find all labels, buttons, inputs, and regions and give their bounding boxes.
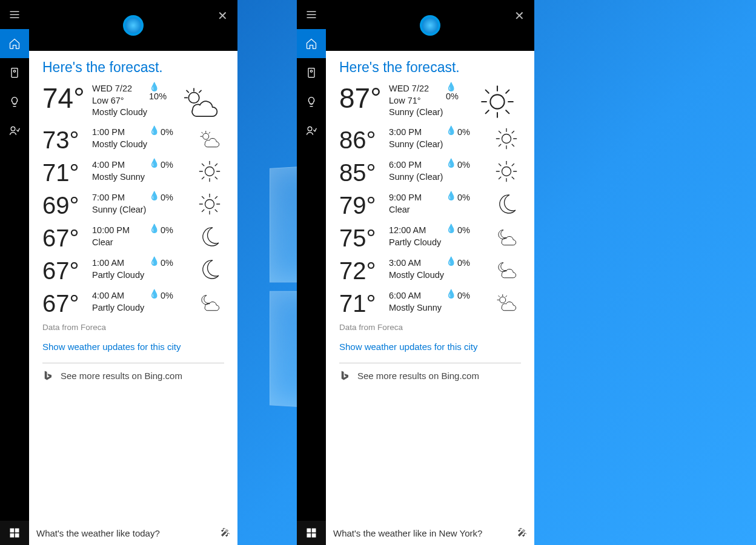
forecast-hour-row: 79°9:00 PMClear💧0% [339,192,521,219]
hour-precip: 0% [161,127,173,138]
hour-temp: 71° [42,159,92,186]
data-source: Data from Foreca [339,323,521,332]
bing-icon [42,369,53,382]
svg-point-1 [13,70,15,72]
drop-icon: 💧 [149,127,159,134]
svg-line-54 [499,144,501,146]
weather-icon [471,127,521,151]
hour-cond: Clear [389,204,446,216]
feedback-icon[interactable] [297,116,326,145]
forecast-current: 87° WED 7/22 Low 71° Sunny (Clear) 💧0% [339,83,521,121]
svg-rect-33 [10,533,15,538]
svg-rect-31 [10,529,15,533]
feedback-icon[interactable] [0,116,29,145]
bing-results-link[interactable]: See more results on Bing.com [42,369,224,382]
forecast-hour-row: 71°4:00 PMMostly Sunny💧0% [42,159,224,186]
cortana-panel: ✕ Here's the forecast. 74° WED 7/22 Low … [29,0,237,521]
hamburger-menu-icon[interactable] [0,0,29,29]
home-icon[interactable] [297,29,326,58]
microphone-icon[interactable]: 🎤︎ [517,527,527,538]
lightbulb-icon[interactable] [297,87,326,116]
current-precip: 0% [446,91,459,102]
weather-icon [174,192,224,216]
forecast-hour-row: 67°1:00 AMPartly Cloudy💧0% [42,257,224,284]
current-low: Low 71° [389,95,446,107]
hamburger-menu-icon[interactable] [297,0,326,29]
weather-icon [471,257,521,282]
cortana-logo-icon [420,15,440,36]
search-input[interactable] [333,528,517,538]
svg-point-13 [205,167,214,176]
hour-cond: Mostly Sunny [389,302,446,314]
svg-point-65 [500,297,506,303]
svg-line-11 [202,132,203,133]
hour-temp: 67° [42,257,92,284]
hour-cond: Sunny (Clear) [389,171,446,183]
svg-point-37 [308,127,312,131]
notebook-icon[interactable] [0,58,29,87]
forecast-current: 74° WED 7/22 Low 67° Mostly Cloudy 💧10% [42,83,224,121]
drop-icon: 💧 [446,192,456,200]
show-updates-link[interactable]: Show weather updates for this city [339,342,521,352]
current-temp: 74° [42,83,92,114]
current-cond: Mostly Cloudy [92,107,149,119]
drop-icon: 💧 [149,159,159,167]
svg-rect-32 [15,529,19,533]
search-box[interactable]: 🎤︎ [29,521,237,545]
drop-icon: 💧 [446,257,456,265]
start-button[interactable] [0,521,29,545]
hour-precip: 0% [457,290,470,302]
hour-precip: 0% [457,225,470,236]
notebook-icon[interactable] [297,58,326,87]
current-date: WED 7/22 [389,83,446,95]
hour-time: 12:00 AM [389,225,446,237]
hour-temp: 71° [339,290,389,317]
forecast-hour-row: 72°3:00 AMMostly Cloudy💧0% [339,257,521,284]
forecast-hour-row: 85°6:00 PMSunny (Clear)💧0% [339,159,521,186]
hour-precip: 0% [161,290,173,302]
weather-icon [471,225,521,249]
forecast-hour-row: 71°6:00 AMMostly Sunny💧0% [339,290,521,317]
microphone-icon[interactable]: 🎤︎ [220,527,230,538]
weather-icon [174,290,224,314]
svg-rect-0 [12,68,18,78]
cortana-sidebar [297,0,326,521]
hour-temp: 79° [339,192,389,219]
drop-icon: 💧 [446,159,456,167]
hour-time: 1:00 PM [92,127,149,139]
svg-rect-72 [307,533,311,538]
close-icon[interactable]: ✕ [514,8,525,23]
weather-icon [471,159,521,183]
hour-cond: Partly Cloudy [92,269,149,282]
svg-point-38 [490,94,504,108]
bing-results-link[interactable]: See more results on Bing.com [339,369,521,382]
home-icon[interactable] [0,29,29,58]
svg-rect-34 [15,533,19,538]
svg-line-44 [506,110,509,113]
hour-precip: 0% [161,192,173,203]
lightbulb-icon[interactable] [0,87,29,116]
hour-temp: 75° [339,225,389,251]
svg-line-68 [499,296,500,297]
svg-rect-35 [308,68,314,78]
start-button[interactable] [297,521,326,545]
search-box[interactable]: 🎤︎ [326,521,534,545]
forecast-hour-row: 67°10:00 PMClear💧0% [42,225,224,251]
taskbar: 🎤︎ [297,521,534,545]
forecast-hour-row: 86°3:00 PMSunny (Clear)💧0% [339,127,521,153]
search-input[interactable] [36,528,220,538]
svg-line-69 [506,296,507,297]
weather-icon [471,290,521,314]
weather-icon [471,83,521,121]
svg-line-30 [215,197,217,199]
current-low: Low 67° [92,95,149,107]
drop-icon: 💧 [446,225,456,233]
hour-temp: 73° [42,127,92,153]
svg-line-61 [499,164,501,166]
svg-line-63 [499,177,501,179]
close-icon[interactable]: ✕ [217,8,228,23]
drop-icon: 💧 [446,290,456,298]
show-updates-link[interactable]: Show weather updates for this city [42,342,224,352]
hour-cond: Mostly Cloudy [92,139,149,151]
hour-time: 6:00 AM [389,290,446,302]
